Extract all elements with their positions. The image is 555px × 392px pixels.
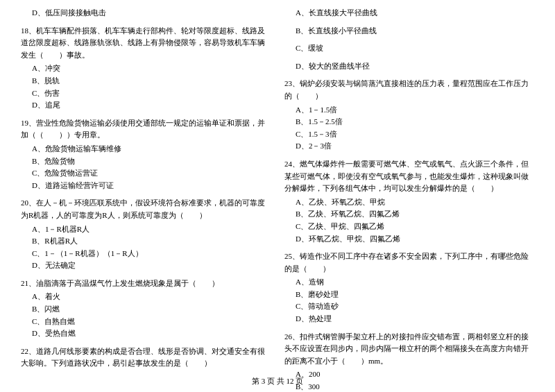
option-a-long-text: A、长直线接大平径曲线 (296, 7, 534, 19)
q25-a: A、造钢 (296, 276, 534, 289)
option-d-radius: D、较大的竖曲线半径 (284, 60, 534, 73)
question-19: 19、营业性危险货物运输必须使用交通部统一规定的运输单证和票据，并加（（ ））专… (21, 117, 271, 192)
q22-text: 22、道路几何线形要素的构成是否合理、线形是否协调、对交通安全有很大影响。下列道… (21, 346, 271, 370)
q21-a: A、着火 (32, 291, 271, 303)
q24-b: B、乙炔、环氧乙烷、四氟乙烯 (296, 208, 534, 221)
question-25: 25、铸造作业不同工序中存在诸多不安全因素，下列工序中，有哪些危险的是（ ） A… (284, 250, 534, 325)
q20-b: B、R机器R人 (32, 235, 271, 248)
option-d-low: D、低压间接接触电击 (21, 7, 271, 19)
option-b-long: B、长直线接小平径曲线 (284, 25, 534, 37)
option-d-radius-text: D、较大的竖曲线半径 (296, 60, 534, 73)
right-column: A、长直线接大平径曲线 B、长直线接小平径曲线 C、缓坡 D、较大的竖曲线半径 … (284, 7, 534, 392)
q24-a: A、乙炔、环氧乙烷、甲烷 (296, 196, 534, 209)
option-c-road: C、缓坡 (284, 42, 534, 55)
q24-d: D、环氧乙烷、甲烷、四氟乙烯 (296, 233, 534, 246)
q19-a: A、危险货物运输车辆维修 (32, 143, 271, 155)
q23-a: A、1－1.5倍 (296, 104, 534, 117)
q21-c: C、自熟自燃 (32, 316, 271, 328)
q21-b: B、闪燃 (32, 303, 271, 316)
option-d-low-text: D、低压间接接触电击 (32, 7, 271, 19)
q18-b: B、脱轨 (32, 75, 271, 87)
q18-text: 18、机车车辆配件损落、机车车辆走行部构件、轮对等限度超标、线路及道岔限度超标、… (21, 25, 271, 62)
q23-c: C、1.5－3倍 (296, 128, 534, 141)
q20-c: C、1－（1－R机器）（1－R人） (32, 248, 271, 260)
q19-d: D、道路运输经营许可证 (32, 180, 271, 192)
question-21: 21、油脂滴落于高温煤气竹上发生燃烧现象是属于（ ） A、着火 B、闪燃 C、自… (21, 278, 271, 340)
q20-a: A、1－R机器R人 (32, 223, 271, 236)
q18-c: C、伤害 (32, 87, 271, 100)
question-23: 23、锅炉必须安装与锅筒蒸汽直接相连的压力表，量程范围应在工作压力的（ ） A、… (284, 78, 534, 153)
q21-text: 21、油脂滴落于高温煤气竹上发生燃烧现象是属于（ ） (21, 278, 271, 290)
q24-text: 24、燃气体爆炸件一般需要可燃气体、空气或氧气、点火源三个条件，但某些可燃气体，… (284, 158, 534, 195)
question-24: 24、燃气体爆炸件一般需要可燃气体、空气或氧气、点火源三个条件，但某些可燃气体，… (284, 158, 534, 245)
q26-text: 26、扣件式钢管脚手架立杆上的对接扣件应交错布置，两相邻竖立杆的接头不应设置在同… (284, 331, 534, 368)
q18-d: D、追尾 (32, 99, 271, 112)
content-area: D、低压间接接触电击 18、机车车辆配件损落、机车车辆走行部构件、轮对等限度超标… (21, 7, 534, 392)
option-a-long: A、长直线接大平径曲线 (284, 7, 534, 19)
q23-text: 23、锅炉必须安装与锅筒蒸汽直接相连的压力表，量程范围应在工作压力的（ ） (284, 78, 534, 102)
q21-d: D、受热自燃 (32, 327, 271, 340)
q25-d: D、热处理 (296, 313, 534, 325)
q19-b: B、危险货物 (32, 155, 271, 168)
question-18: 18、机车车辆配件损落、机车车辆走行部构件、轮对等限度超标、线路及道岔限度超标、… (21, 25, 271, 112)
q25-text: 25、铸造作业不同工序中存在诸多不安全因素，下列工序中，有哪些危险的是（ ） (284, 250, 534, 275)
q23-d: D、2－3倍 (296, 140, 534, 153)
q18-a: A、冲突 (32, 62, 271, 75)
page: D、低压间接接触电击 18、机车车辆配件损落、机车车辆走行部构件、轮对等限度超标… (0, 0, 555, 392)
q20-text: 20、在人－机－环境匹联系统中，假设环境符合标准要求，机器的可靠度为R机器，人的… (21, 197, 271, 221)
q25-c: C、筛动造砂 (296, 300, 534, 313)
left-column: D、低压间接接触电击 18、机车车辆配件损落、机车车辆走行部构件、轮对等限度超标… (21, 7, 271, 392)
q19-text: 19、营业性危险货物运输必须使用交通部统一规定的运输单证和票据，并加（（ ））专… (21, 117, 271, 142)
question-20: 20、在人－机－环境匹联系统中，假设环境符合标准要求，机器的可靠度为R机器，人的… (21, 197, 271, 272)
page-footer: 第 3 页 共 12 页 (0, 376, 555, 386)
q23-b: B、1.5－2.5倍 (296, 116, 534, 128)
question-22: 22、道路几何线形要素的构成是否合理、线形是否协调、对交通安全有很大影响。下列道… (21, 346, 271, 370)
footer-text: 第 3 页 共 12 页 (252, 377, 303, 385)
q19-c: C、危险货物运营证 (32, 167, 271, 180)
q25-b: B、磨砂处理 (296, 289, 534, 301)
q24-c: C、乙炔、甲烷、四氟乙烯 (296, 221, 534, 233)
q20-d: D、无法确定 (32, 259, 271, 272)
option-b-long-text: B、长直线接小平径曲线 (296, 25, 534, 37)
option-c-road-text: C、缓坡 (296, 42, 534, 55)
